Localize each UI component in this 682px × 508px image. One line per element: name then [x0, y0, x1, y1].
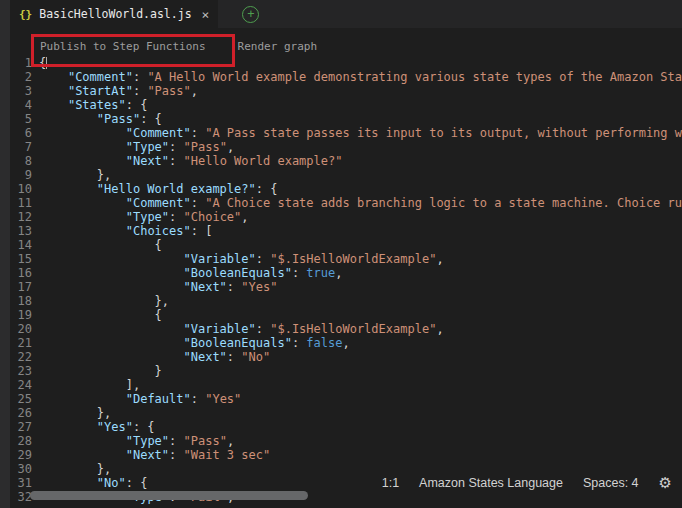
code-text: "Type": "Pass", — [39, 434, 234, 448]
line-number: 25 — [10, 392, 32, 406]
left-gutter-strip — [0, 0, 10, 508]
line-number: 4 — [10, 98, 32, 112]
code-text: }, — [39, 406, 111, 420]
code-text: "Variable": "$.IsHelloWorldExample", — [39, 322, 444, 336]
code-text: "Next": "Wait 3 sec" — [39, 448, 270, 462]
line-number: 31 — [10, 476, 32, 490]
line-number: 6 — [10, 126, 32, 140]
settings-gear-icon[interactable]: ⚙ — [659, 474, 672, 492]
line-number: 8 — [10, 154, 32, 168]
code-text: }, — [39, 462, 111, 476]
code-text: "Variable": "$.IsHelloWorldExample", — [39, 252, 444, 266]
tab-basichelloworld[interactable]: {} BasicHelloWorld.asl.js × — [10, 0, 218, 28]
code-line[interactable]: 3 "StartAt": "Pass", — [10, 84, 682, 98]
code-line[interactable]: 9 }, — [10, 168, 682, 182]
line-number: 3 — [10, 84, 32, 98]
code-text: "BooleanEquals": true, — [39, 266, 342, 280]
code-line[interactable]: 13 "Choices": [ — [10, 224, 682, 238]
line-number: 15 — [10, 252, 32, 266]
cursor-position-status[interactable]: 1:1 — [382, 476, 399, 490]
code-line[interactable]: 22 "Next": "No" — [10, 350, 682, 364]
tab-label: BasicHelloWorld.asl.js — [39, 7, 191, 21]
code-line[interactable]: 26 }, — [10, 406, 682, 420]
line-number: 9 — [10, 168, 32, 182]
line-number: 17 — [10, 280, 32, 294]
code-text: "Comment": "A Choice state adds branchin… — [39, 196, 682, 210]
code-line[interactable]: 10 "Hello World example?": { — [10, 182, 682, 196]
code-text: "StartAt": "Pass", — [39, 84, 198, 98]
code-line[interactable]: 7 "Type": "Pass", — [10, 140, 682, 154]
code-line[interactable]: 14 { — [10, 238, 682, 252]
line-number: 22 — [10, 350, 32, 364]
indentation-status[interactable]: Spaces: 4 — [583, 476, 639, 490]
code-line[interactable]: 24 ], — [10, 378, 682, 392]
code-text: "No": { — [39, 476, 147, 490]
line-number: 20 — [10, 322, 32, 336]
code-line[interactable]: 27 "Yes": { — [10, 420, 682, 434]
code-line[interactable]: 28 "Type": "Pass", — [10, 434, 682, 448]
json-file-icon: {} — [19, 8, 32, 21]
line-number: 1 — [10, 56, 32, 70]
line-number: 32 — [10, 490, 32, 504]
code-area: 1{2 "Comment": "A Hello World example de… — [10, 56, 682, 504]
line-number: 29 — [10, 448, 32, 462]
code-line[interactable]: 4 "States": { — [10, 98, 682, 112]
line-number: 12 — [10, 210, 32, 224]
text-cursor — [46, 57, 47, 69]
code-line[interactable]: 23 } — [10, 364, 682, 378]
code-line[interactable]: 2 "Comment": "A Hello World example demo… — [10, 70, 682, 84]
code-line[interactable]: 11 "Comment": "A Choice state adds branc… — [10, 196, 682, 210]
code-line[interactable]: 1{ — [10, 56, 682, 70]
code-text: { — [39, 56, 47, 70]
line-number: 5 — [10, 112, 32, 126]
code-line[interactable]: 25 "Default": "Yes" — [10, 392, 682, 406]
status-bar: 1:1 Amazon States Language Spaces: 4 ⚙ — [372, 472, 672, 494]
code-line[interactable]: 6 "Comment": "A Pass state passes its in… — [10, 126, 682, 140]
code-text: "Comment": "A Hello World example demons… — [39, 70, 682, 84]
code-text: }, — [39, 294, 169, 308]
code-text: "Comment": "A Pass state passes its inpu… — [39, 126, 682, 140]
code-line[interactable]: 19 { — [10, 308, 682, 322]
code-text: "States": { — [39, 98, 147, 112]
code-text: "Type": "Pass", — [39, 140, 234, 154]
add-circle-icon[interactable]: + — [242, 6, 259, 23]
code-line[interactable]: 29 "Next": "Wait 3 sec" — [10, 448, 682, 462]
line-number: 28 — [10, 434, 32, 448]
line-number: 2 — [10, 70, 32, 84]
code-line[interactable]: 16 "BooleanEquals": true, — [10, 266, 682, 280]
code-text: "Next": "Hello World example?" — [39, 154, 342, 168]
render-graph-link[interactable]: Render graph — [238, 40, 317, 53]
code-line[interactable]: 12 "Type": "Choice", — [10, 210, 682, 224]
language-mode-status[interactable]: Amazon States Language — [419, 476, 563, 490]
line-number: 16 — [10, 266, 32, 280]
code-text: }, — [39, 168, 111, 182]
code-line[interactable]: 21 "BooleanEquals": false, — [10, 336, 682, 350]
line-number: 11 — [10, 196, 32, 210]
code-line[interactable]: 17 "Next": "Yes" — [10, 280, 682, 294]
line-number: 18 — [10, 294, 32, 308]
line-number: 19 — [10, 308, 32, 322]
code-text: ], — [39, 378, 140, 392]
line-number: 7 — [10, 140, 32, 154]
code-text: "BooleanEquals": false, — [39, 336, 350, 350]
codelens-bar: Publish to Step Functions Render graph — [40, 40, 317, 53]
line-number: 26 — [10, 406, 32, 420]
horizontal-scrollbar-thumb[interactable] — [30, 491, 308, 500]
code-text: { — [39, 238, 162, 252]
code-text: { — [39, 308, 162, 322]
code-line[interactable]: 15 "Variable": "$.IsHelloWorldExample", — [10, 252, 682, 266]
code-line[interactable]: 20 "Variable": "$.IsHelloWorldExample", — [10, 322, 682, 336]
code-text: } — [39, 364, 162, 378]
plus-glyph: + — [247, 8, 254, 20]
code-line[interactable]: 8 "Next": "Hello World example?" — [10, 154, 682, 168]
line-number: 14 — [10, 238, 32, 252]
line-number: 21 — [10, 336, 32, 350]
close-tab-icon[interactable]: × — [202, 7, 210, 22]
line-number: 10 — [10, 182, 32, 196]
code-line[interactable]: 5 "Pass": { — [10, 112, 682, 126]
publish-to-step-functions-link[interactable]: Publish to Step Functions — [40, 40, 206, 53]
code-line[interactable]: 18 }, — [10, 294, 682, 308]
code-text: "Pass": { — [39, 112, 162, 126]
code-text: "Next": "No" — [39, 350, 270, 364]
line-number: 23 — [10, 364, 32, 378]
